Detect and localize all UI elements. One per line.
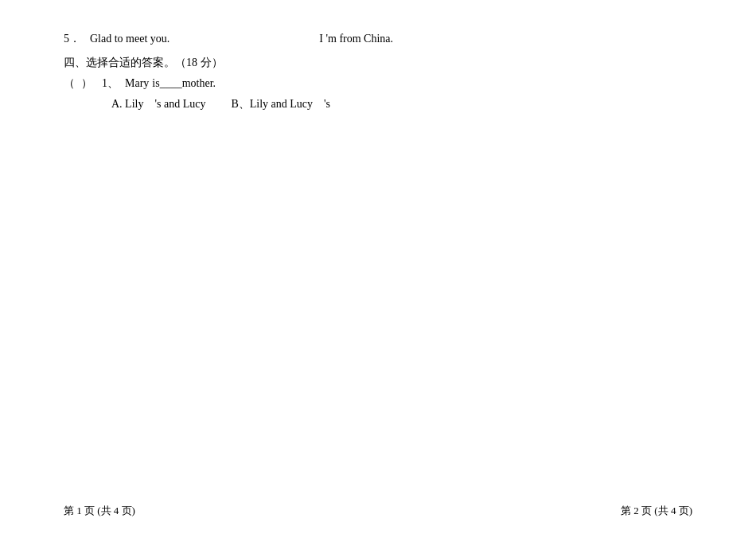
page-right: 第 2 页 (共 4 页): [621, 504, 692, 518]
options-line: A. Lily 's and Lucy B、Lily and Lucy 's: [111, 97, 692, 111]
item-5-row: 5． Glad to meet you. I 'm from China.: [64, 32, 692, 46]
section-four-label: 四、选择合适的答案。（18 分）: [64, 56, 692, 70]
q1-text: is____mother.: [152, 77, 216, 90]
option-b: B、Lily and Lucy 's: [231, 97, 330, 111]
question-1-row: （ ） 1、 Mary is____mother.: [64, 76, 692, 91]
item-5-text: Glad to meet you.: [90, 33, 170, 45]
bracket-left: （: [64, 76, 75, 91]
page-container: 5． Glad to meet you. I 'm from China. 四、…: [0, 0, 756, 534]
page-footer: 第 1 页 (共 4 页) 第 2 页 (共 4 页): [0, 504, 756, 518]
q1-number: 1、: [102, 76, 119, 91]
page-left: 第 1 页 (共 4 页): [64, 504, 135, 518]
option-a: A. Lily 's and Lucy: [111, 97, 205, 111]
bracket-right: ）: [81, 76, 92, 91]
q1-name: Mary: [125, 77, 149, 90]
content-area: 5． Glad to meet you. I 'm from China. 四、…: [0, 0, 756, 111]
item-5-number: 5．: [64, 32, 80, 46]
item-5-right-text: I 'm from China.: [319, 33, 393, 45]
